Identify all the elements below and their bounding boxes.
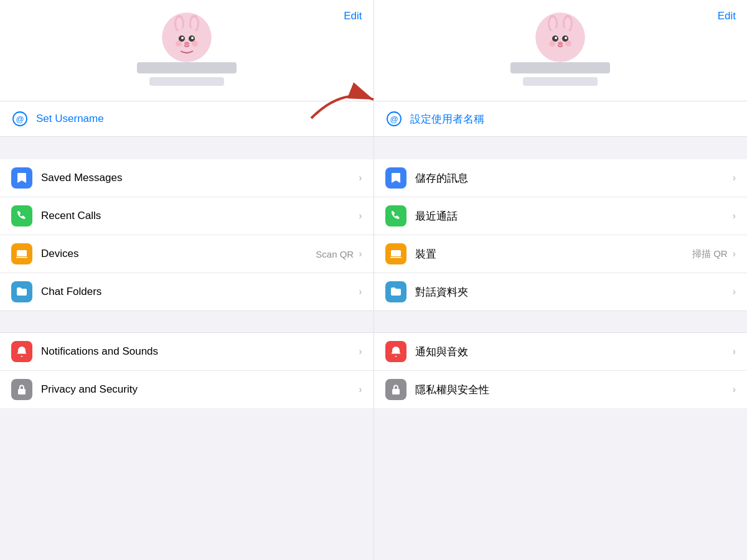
- left-folder-icon: [11, 281, 32, 302]
- left-recent-calls-chevron: ›: [359, 210, 362, 222]
- right-edit-button[interactable]: Edit: [718, 10, 736, 22]
- left-privacy-item[interactable]: Privacy and Security ›: [0, 371, 374, 408]
- left-username-blur: [149, 77, 224, 86]
- right-devices-chevron: ›: [733, 248, 736, 259]
- svg-point-12: [192, 40, 198, 47]
- left-scan-qr-label: Scan QR: [316, 249, 354, 259]
- svg-point-20: [550, 17, 556, 30]
- svg-point-4: [191, 17, 197, 30]
- right-recent-calls-item[interactable]: 最近通話 ›: [374, 197, 748, 235]
- right-settings-group2: 通知與音效 › 隱私權與安全性 ›: [374, 333, 748, 408]
- right-username-icon: @: [385, 110, 403, 128]
- left-saved-messages-item[interactable]: Saved Messages ›: [0, 159, 374, 197]
- right-chat-folders-label: 對話資料夾: [415, 285, 468, 299]
- right-saved-messages-chevron: ›: [733, 172, 736, 184]
- right-folder-icon: [385, 281, 406, 302]
- svg-text:@: @: [390, 114, 398, 124]
- right-notifications-item[interactable]: 通知與音效 ›: [374, 333, 748, 371]
- left-chat-folders-item[interactable]: Chat Folders ›: [0, 273, 374, 310]
- left-chat-folders-label: Chat Folders: [41, 286, 101, 298]
- svg-point-26: [565, 37, 567, 39]
- left-settings-group1: Saved Messages › Recent Calls ›: [0, 159, 374, 310]
- svg-point-29: [565, 40, 571, 47]
- right-recent-calls-chevron: ›: [733, 210, 736, 222]
- right-divider-1: [374, 137, 748, 159]
- svg-point-10: [184, 42, 189, 45]
- right-laptop-icon: [385, 243, 406, 264]
- right-username-blur: [523, 77, 598, 86]
- left-laptop-icon: [11, 243, 32, 264]
- svg-point-27: [558, 42, 563, 45]
- right-profile-section: Edit: [374, 0, 748, 101]
- right-chat-folders-item[interactable]: 對話資料夾 ›: [374, 273, 748, 310]
- svg-point-8: [181, 37, 184, 39]
- right-devices-item[interactable]: 裝置 掃描 QR ›: [374, 235, 748, 273]
- left-divider-2: [0, 310, 374, 333]
- left-name-blur: [137, 62, 237, 73]
- right-saved-messages-item[interactable]: 儲存的訊息 ›: [374, 159, 748, 197]
- right-set-username-row[interactable]: @ 設定使用者名稱: [374, 101, 748, 137]
- left-divider-1: [0, 137, 374, 159]
- svg-text:@: @: [16, 114, 24, 124]
- left-saved-messages-chevron: ›: [359, 172, 362, 184]
- left-chat-folders-chevron: ›: [359, 286, 362, 297]
- svg-rect-32: [391, 250, 401, 256]
- left-profile-section: Edit: [0, 0, 374, 101]
- right-lock-icon: [385, 379, 406, 400]
- left-settings-group2: Notifications and Sounds › Privacy and S…: [0, 333, 374, 408]
- right-phone-icon: [385, 205, 406, 226]
- left-recent-calls-label: Recent Calls: [41, 210, 101, 222]
- right-saved-messages-label: 儲存的訊息: [415, 171, 468, 185]
- right-privacy-chevron: ›: [733, 384, 736, 395]
- svg-rect-15: [17, 250, 27, 256]
- svg-point-28: [549, 40, 555, 47]
- left-devices-chevron: ›: [359, 248, 362, 259]
- left-avatar: [162, 12, 212, 62]
- svg-point-11: [176, 40, 182, 47]
- svg-rect-33: [392, 389, 400, 394]
- left-recent-calls-item[interactable]: Recent Calls ›: [0, 197, 374, 235]
- right-chat-folders-chevron: ›: [733, 286, 736, 297]
- left-devices-label: Devices: [41, 248, 78, 260]
- left-panel: Edit: [0, 0, 374, 560]
- left-lock-icon: [11, 379, 32, 400]
- right-bell-icon: [385, 341, 406, 362]
- right-notifications-chevron: ›: [733, 346, 736, 357]
- left-phone-icon: [11, 205, 32, 226]
- left-saved-messages-label: Saved Messages: [41, 172, 122, 184]
- right-recent-calls-label: 最近通話: [415, 209, 458, 223]
- right-set-username-label: 設定使用者名稱: [410, 112, 484, 126]
- right-privacy-label: 隱私權與安全性: [415, 383, 489, 397]
- right-notifications-label: 通知與音效: [415, 345, 468, 359]
- left-bell-icon: [11, 341, 32, 362]
- left-bookmark-icon: [11, 167, 32, 189]
- left-set-username-label: Set Username: [36, 113, 104, 125]
- left-privacy-label: Privacy and Security: [41, 383, 138, 396]
- left-username-icon: @: [11, 110, 29, 128]
- right-avatar: [535, 12, 585, 62]
- left-notifications-label: Notifications and Sounds: [41, 345, 158, 358]
- svg-point-9: [191, 37, 194, 39]
- right-bookmark-icon: [385, 167, 406, 189]
- svg-point-25: [555, 37, 557, 39]
- right-divider-2: [374, 310, 748, 333]
- left-privacy-chevron: ›: [359, 384, 362, 395]
- left-notifications-chevron: ›: [359, 346, 362, 357]
- left-devices-item[interactable]: Devices Scan QR ›: [0, 235, 374, 273]
- right-name-blur: [510, 62, 610, 73]
- right-settings-group1: 儲存的訊息 › 最近通話 ›: [374, 159, 748, 310]
- left-set-username-row[interactable]: @ Set Username: [0, 101, 374, 137]
- svg-point-21: [565, 17, 571, 30]
- left-notifications-item[interactable]: Notifications and Sounds ›: [0, 333, 374, 371]
- right-panel: Edit: [374, 0, 748, 560]
- right-scan-qr-label: 掃描 QR: [692, 248, 728, 260]
- main-container: Edit: [0, 0, 747, 560]
- right-devices-label: 裝置: [415, 247, 436, 261]
- svg-rect-16: [18, 389, 26, 394]
- left-edit-button[interactable]: Edit: [344, 10, 362, 22]
- right-privacy-item[interactable]: 隱私權與安全性 ›: [374, 371, 748, 408]
- svg-point-3: [176, 17, 182, 30]
